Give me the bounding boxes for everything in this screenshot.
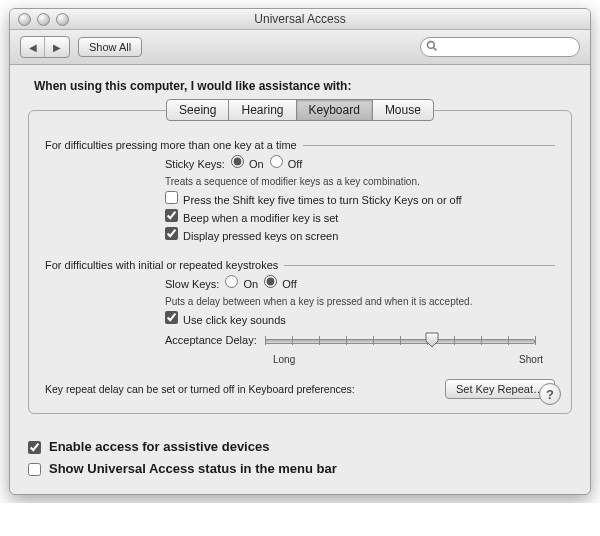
slider-short-label: Short [519, 351, 543, 369]
show-all-button[interactable]: Show All [78, 37, 142, 57]
nav-segment: ◀ ▶ [20, 36, 70, 58]
toolbar: ◀ ▶ Show All [10, 30, 590, 65]
tab-hearing[interactable]: Hearing [228, 99, 296, 121]
search-icon [426, 40, 438, 52]
display-keys-checkbox[interactable]: Display pressed keys on screen [165, 227, 338, 245]
click-sounds-checkbox[interactable]: Use click key sounds [165, 311, 286, 329]
slow-hint: Puts a delay between when a key is press… [165, 293, 555, 311]
slow-keys-label: Slow Keys: [165, 275, 219, 293]
tab-keyboard[interactable]: Keyboard [296, 99, 373, 121]
window-bottom-options: Enable access for assistive devices Show… [10, 426, 590, 494]
tab-mouse[interactable]: Mouse [372, 99, 434, 121]
assistive-devices-checkbox[interactable]: Enable access for assistive devices [28, 436, 572, 458]
zoom-icon[interactable] [56, 13, 69, 26]
tab-seeing[interactable]: Seeing [166, 99, 229, 121]
sticky-keys-label: Sticky Keys: [165, 155, 225, 173]
sticky-on-radio[interactable]: On [231, 155, 264, 173]
svg-line-1 [434, 48, 437, 51]
section-title-slow-text: For difficulties with initial or repeate… [45, 259, 278, 271]
section-title-slow: For difficulties with initial or repeate… [45, 259, 555, 271]
back-button[interactable]: ◀ [21, 37, 45, 57]
key-repeat-note: Key repeat delay can be set or turned of… [45, 383, 355, 395]
tab-pane: For difficulties pressing more than one … [28, 110, 572, 414]
help-button[interactable]: ? [539, 383, 561, 405]
content-area: When using this computer, I would like a… [10, 65, 590, 426]
section-title-sticky-text: For difficulties pressing more than one … [45, 139, 297, 151]
beep-checkbox[interactable]: Beep when a modifier key is set [165, 209, 338, 227]
slider-long-label: Long [273, 351, 295, 369]
minimize-icon[interactable] [37, 13, 50, 26]
close-icon[interactable] [18, 13, 31, 26]
acceptance-delay-label: Acceptance Delay: [165, 331, 257, 349]
sticky-hint: Treats a sequence of modifier keys as a … [165, 173, 555, 191]
tab-bar: Seeing Hearing Keyboard Mouse [28, 99, 572, 121]
search-input[interactable] [420, 37, 580, 57]
acceptance-delay-slider[interactable] [265, 332, 535, 348]
menubar-status-checkbox[interactable]: Show Universal Access status in the menu… [28, 458, 572, 480]
svg-point-0 [428, 42, 435, 49]
forward-button[interactable]: ▶ [45, 37, 69, 57]
slow-on-radio[interactable]: On [225, 275, 258, 293]
slow-off-radio[interactable]: Off [264, 275, 297, 293]
page-heading: When using this computer, I would like a… [34, 79, 572, 93]
sticky-off-radio[interactable]: Off [270, 155, 303, 173]
window-title: Universal Access [10, 12, 590, 26]
section-title-sticky: For difficulties pressing more than one … [45, 139, 555, 151]
shift5-checkbox[interactable]: Press the Shift key five times to turn S… [165, 191, 462, 209]
search-field-wrap [420, 37, 580, 57]
titlebar: Universal Access [10, 9, 590, 30]
prefs-window: Universal Access ◀ ▶ Show All When using… [9, 8, 591, 495]
